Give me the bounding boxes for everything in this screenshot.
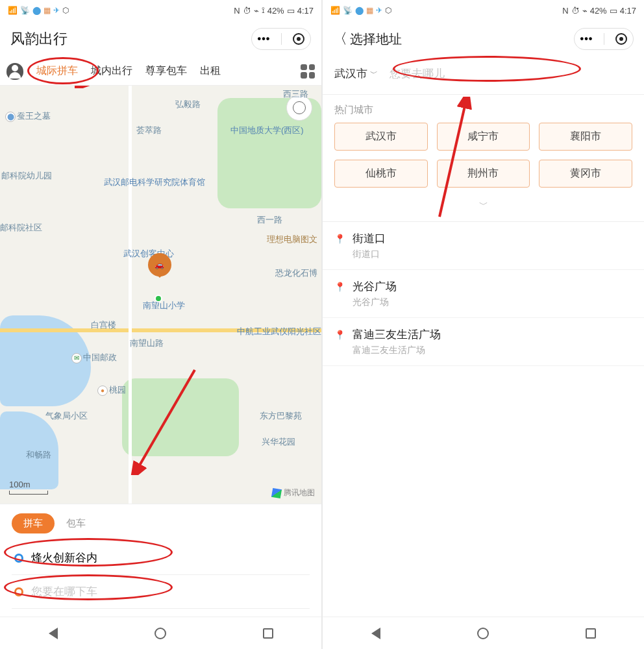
tab-more-icon[interactable] — [301, 64, 315, 79]
pickup-row[interactable]: 烽火创新谷内 — [12, 541, 310, 575]
address-header: 〈 选择地址 ••• — [323, 21, 644, 57]
place-title: 街道口 — [353, 231, 386, 246]
bluetooth-icon: ⌁ — [254, 6, 259, 16]
city-chip[interactable]: 荆州市 — [437, 160, 530, 188]
right-phone: 📶 📡 ⬤ ▦ ✈ ⬡ N ⏱ ⌁ 42% ▭ 4:17 〈 选择地址 ••• — [323, 0, 644, 649]
nav-back-icon[interactable] — [49, 628, 58, 639]
tab-intercity[interactable]: 城际拼车 — [36, 64, 78, 78]
nav-back-icon[interactable] — [371, 628, 380, 639]
map-label: 南望山路 — [130, 337, 164, 349]
signal-icon: 📶 — [8, 6, 18, 15]
signal-icon: 📶 — [330, 6, 340, 15]
map-label: 邮科院幼儿园 — [1, 170, 52, 182]
map-label: 东方巴黎苑 — [260, 410, 302, 422]
map-label: ✉中国邮政 — [71, 352, 117, 363]
miniprogram-capsule[interactable]: ••• — [574, 28, 634, 50]
map-label: 荟萃路 — [136, 125, 162, 136]
nav-home-icon[interactable] — [155, 628, 166, 639]
location-pin-icon: 📍 — [334, 234, 343, 244]
map-label: ⬤蚕王之墓 — [5, 110, 51, 122]
app-badge-icon: ⬤ — [32, 6, 41, 15]
tab-charter[interactable]: 尊享包车 — [145, 64, 187, 78]
clock-time: 4:17 — [297, 6, 314, 16]
place-item[interactable]: 📍 富迪三友生活广场 富迪三友生活广场 — [323, 318, 644, 366]
map-label: 南望山小学 — [143, 300, 185, 312]
more-icon[interactable]: ••• — [258, 33, 271, 45]
wifi-icon: 📡 — [343, 6, 353, 15]
nfc-icon: N — [234, 6, 240, 16]
alarm-icon: ⏱ — [243, 6, 251, 16]
dropoff-dot-icon — [14, 587, 23, 596]
map-label: 中航工业武仪阳光社区 — [237, 326, 315, 337]
search-row: 武汉市 ﹀ 您要去哪儿 — [323, 57, 644, 95]
app-badge-icon: ▦ — [366, 6, 373, 15]
place-title: 光谷广场 — [353, 279, 397, 294]
status-bar: 📶 📡 ⬤ ▦ ✈ ⬡ N ⏱ ⌁ ⟟ 42% ▭ 4:17 — [0, 0, 321, 21]
place-subtitle: 街道口 — [353, 249, 386, 260]
place-list: 📍 街道口 街道口 📍 光谷广场 光谷广场 📍 富迪三友生活广场 富迪三友生活广… — [323, 221, 644, 366]
tab-city[interactable]: 城内出行 — [91, 64, 132, 78]
android-navbar — [0, 617, 321, 649]
profile-icon[interactable] — [6, 63, 23, 80]
place-item[interactable]: 📍 光谷广场 光谷广场 — [323, 270, 644, 318]
app-header: 风韵出行 ••• — [0, 21, 321, 57]
map-label: 气象局小区 — [45, 410, 88, 422]
map-attribution: 腾讯地图 — [272, 487, 315, 498]
battery-pct: 42% — [267, 6, 284, 16]
map-pin-icon: 🚗 — [148, 253, 171, 276]
location-pin-icon: 📍 — [334, 330, 343, 340]
close-target-icon[interactable] — [293, 33, 304, 45]
destination-input[interactable]: 您要去哪儿 — [384, 64, 632, 84]
clock-time: 4:17 — [620, 6, 636, 16]
android-navbar — [323, 617, 644, 649]
chevron-down-icon: ﹀ — [370, 68, 378, 79]
miniprogram-capsule[interactable]: ••• — [251, 28, 311, 50]
wifi-icon: 📡 — [20, 6, 30, 15]
place-subtitle: 富迪三友生活广场 — [353, 345, 441, 356]
annotation-arrow — [75, 86, 153, 88]
place-title: 富迪三友生活广场 — [353, 327, 441, 342]
map-label: 恐龙化石博 — [275, 267, 317, 279]
tencent-map-logo-icon — [271, 487, 282, 498]
battery-icon: ▭ — [287, 6, 295, 16]
hot-cities-label: 热门城市 — [323, 95, 644, 123]
map-label: 白宫楼 — [91, 319, 116, 331]
dropoff-placeholder: 您要在哪下车 — [31, 584, 97, 599]
alarm-icon: ⏱ — [571, 6, 580, 16]
tab-taxi[interactable]: 出租 — [200, 64, 221, 78]
nav-home-icon[interactable] — [477, 628, 489, 639]
city-selector[interactable]: 武汉市 ﹀ — [334, 66, 378, 81]
dropoff-row[interactable]: 您要在哪下车 — [12, 575, 310, 609]
close-target-icon[interactable] — [615, 33, 627, 45]
hex-icon: ⬡ — [385, 6, 391, 15]
mode-charter[interactable]: 包车 — [66, 517, 86, 530]
app-badge-icon: ▦ — [43, 6, 51, 15]
map-label: 中国地质大学(西区) — [230, 125, 302, 136]
status-bar: 📶 📡 ⬤ ▦ ✈ ⬡ N ⏱ ⌁ 42% ▭ 4:17 — [323, 0, 644, 21]
app-badge-icon: ⬤ — [355, 6, 364, 15]
city-chip[interactable]: 襄阳市 — [539, 123, 632, 151]
map-view[interactable]: 西三路 ⬤蚕王之墓 邮科院幼儿园 邮科院社区 武汉邮电科学研究院体育馆 弘毅路 … — [0, 86, 321, 504]
pickup-dot-icon — [14, 554, 23, 563]
city-chip[interactable]: 武汉市 — [334, 123, 428, 151]
telegram-icon: ✈ — [376, 6, 382, 15]
map-scale: 100m — [9, 480, 48, 495]
nfc-icon: N — [562, 6, 568, 16]
place-item[interactable]: 📍 街道口 街道口 — [323, 222, 644, 270]
nav-recent-icon[interactable] — [586, 628, 596, 639]
map-label: 弘毅路 — [175, 99, 201, 110]
bluetooth-icon: ⌁ — [582, 6, 588, 16]
map-label: 和畅路 — [26, 449, 51, 461]
left-phone: 📶 📡 ⬤ ▦ ✈ ⬡ N ⏱ ⌁ ⟟ 42% ▭ 4:17 风韵出行 ••• — [0, 0, 321, 649]
back-icon[interactable]: 〈 — [333, 29, 347, 49]
more-icon[interactable]: ••• — [580, 33, 593, 45]
ride-sheet: 拼车 包车 烽火创新谷内 您要在哪下车 — [0, 504, 321, 617]
expand-cities[interactable]: ﹀ — [323, 193, 644, 221]
city-chip[interactable]: 咸宁市 — [437, 123, 530, 151]
city-chip[interactable]: 仙桃市 — [334, 160, 428, 188]
mode-carpool[interactable]: 拼车 — [12, 513, 55, 533]
nav-recent-icon[interactable] — [263, 628, 273, 639]
map-label: 西三路 — [283, 88, 308, 100]
city-chip[interactable]: 黄冈市 — [539, 160, 632, 188]
page-title: 选择地址 — [350, 31, 402, 48]
